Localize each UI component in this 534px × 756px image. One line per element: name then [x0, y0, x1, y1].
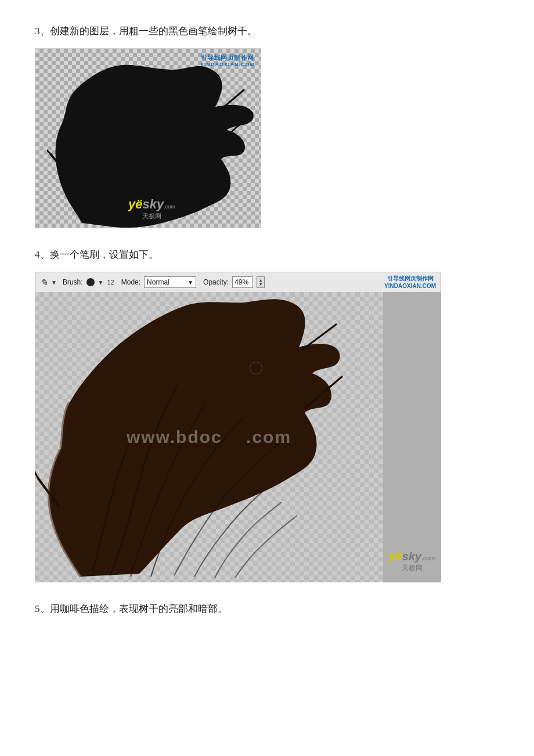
step3-canvas: 引导线网页制作网 YINDAOXIAN.COM yësky.com 天极网 [35, 48, 261, 228]
step3-image: 引导线网页制作网 YINDAOXIAN.COM yësky.com 天极网 [35, 48, 499, 228]
step4-label: 4、换一个笔刷，设置如下。 [35, 247, 499, 262]
opacity-stepper[interactable]: ▲ ▼ [257, 276, 265, 288]
watermark-bdoc: www.bdoc .com [127, 427, 291, 447]
brush-tool-dropdown-arrow[interactable]: ▼ [51, 279, 57, 286]
yesky-logo-3: yësky.com 天极网 [128, 197, 175, 221]
opacity-label: Opacity: [203, 278, 229, 286]
svg-line-3 [224, 89, 244, 107]
brush-tool-icon: ✎ [40, 277, 48, 288]
step4-toolbar: ✎ ▼ Brush: ▼ 12 Mode: Normal ▼ Opacity: … [35, 272, 441, 292]
yesky-logo-4: yësky.com 天极网 [389, 550, 435, 573]
mode-dropdown-arrow: ▼ [187, 279, 193, 286]
step4-sidebar: yësky.com 天极网 [383, 292, 441, 582]
svg-line-5 [35, 466, 38, 478]
mode-dropdown[interactable]: Normal ▼ [144, 276, 196, 288]
opacity-input[interactable]: 49% [232, 276, 253, 288]
toolbar-watermark: 引导线网页制作网 YINDAOXIAN.COM [384, 275, 436, 290]
step4-canvas-container: www.bdoc .com yësky.com 天极网 [35, 292, 441, 582]
step4-main-canvas: www.bdoc .com [35, 292, 383, 582]
mode-value: Normal [147, 278, 169, 286]
brush-size-value: 12 [107, 279, 114, 286]
brush-label: Brush: [63, 278, 83, 286]
brush-preview-dot [86, 278, 95, 286]
watermark-step3: 引导线网页制作网 YINDAOXIAN.COM [200, 53, 255, 69]
step4-image: ✎ ▼ Brush: ▼ 12 Mode: Normal ▼ Opacity: … [35, 272, 499, 582]
step3-label: 3、创建新的图层，用粗一些的黑色画笔绘制树干。 [35, 23, 499, 39]
brush-size-dropdown-arrow[interactable]: ▼ [98, 279, 104, 286]
svg-line-1 [47, 145, 50, 153]
mode-label: Mode: [121, 278, 140, 286]
step5-label: 5、用咖啡色描绘，表现树干的亮部和暗部。 [35, 601, 499, 617]
